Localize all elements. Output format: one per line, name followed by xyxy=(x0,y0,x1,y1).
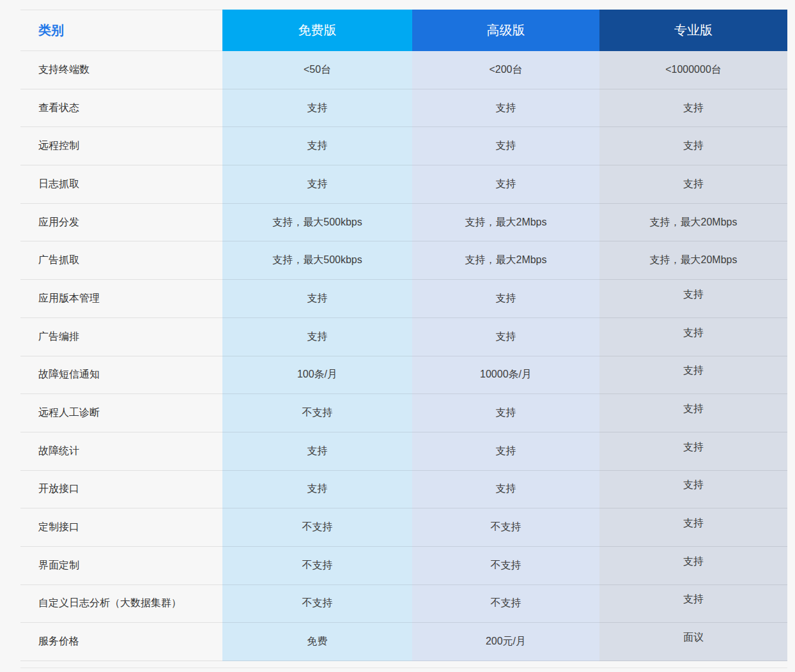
plan-value-cell: 不支持 xyxy=(222,394,412,432)
plan-value-text: 不支持 xyxy=(302,521,333,534)
plan-value-cell: 支持，最大20Mbps xyxy=(599,241,787,280)
plan-value-text: 100条/月 xyxy=(297,368,337,381)
plan-value-text: <200台 xyxy=(489,63,522,77)
plan-value-text: 支持 xyxy=(307,102,328,115)
plan-value-text: 支持 xyxy=(496,406,516,420)
plan-value-text: 不支持 xyxy=(491,521,521,534)
table-row: 服务价格免费200元/月面议 xyxy=(20,623,787,661)
plan-value-cell: 不支持 xyxy=(222,585,412,623)
plan-value-cell: 支持 xyxy=(599,508,787,547)
plan-value-cell: 支持 xyxy=(412,280,599,318)
table-row: 日志抓取支持支持支持 xyxy=(20,165,787,204)
plan-value-text: 支持 xyxy=(683,102,704,115)
table-header-row: 类别 免费版 高级版 专业版 xyxy=(20,10,787,51)
table-row: 故障短信通知100条/月10000条/月支持 xyxy=(20,356,787,395)
plan-value-text: 支持 xyxy=(683,288,704,302)
plan-value-text: 支持 xyxy=(307,330,328,344)
row-label: 日志抓取 xyxy=(20,165,222,204)
row-label: 故障统计 xyxy=(20,432,222,471)
plan-value-text: 200元/月 xyxy=(486,635,526,648)
plan-value-text: 不支持 xyxy=(491,597,521,610)
plan-value-cell: 支持 xyxy=(599,89,787,128)
table-row: 应用版本管理支持支持支持 xyxy=(20,280,787,318)
plan-value-text: 支持 xyxy=(683,139,704,153)
plan-value-cell: 支持 xyxy=(222,432,412,471)
plan-value-cell: 不支持 xyxy=(412,547,599,585)
plan-value-text: <50台 xyxy=(304,63,331,77)
row-label: 界面定制 xyxy=(20,547,222,585)
plan-value-cell: 不支持 xyxy=(412,508,599,547)
plan-value-text: 10000条/月 xyxy=(480,368,532,381)
table-row: 开放接口支持支持支持 xyxy=(20,471,787,509)
plan-value-text: 支持 xyxy=(683,402,704,416)
table-body: 支持终端数<50台<200台<1000000台查看状态支持支持支持远程控制支持支… xyxy=(20,51,787,661)
plan-value-text: 支持 xyxy=(496,292,516,305)
plan-value-cell: 不支持 xyxy=(222,547,412,585)
plan-value-cell: 不支持 xyxy=(222,508,412,547)
plan-value-cell: 支持 xyxy=(222,127,412,165)
plan-value-cell: 200元/月 xyxy=(412,623,599,661)
plan-value-cell: 面议 xyxy=(599,623,787,661)
plan-value-text: <1000000台 xyxy=(665,63,722,77)
row-label: 应用分发 xyxy=(20,204,222,242)
plan-value-cell: 支持 xyxy=(412,127,599,165)
plan-value-cell: 支持 xyxy=(599,356,787,395)
plan-value-cell: 免费 xyxy=(222,623,412,661)
plan-value-text: 支持 xyxy=(496,102,516,115)
plan-value-cell: 不支持 xyxy=(412,585,599,623)
plan-value-cell: 支持 xyxy=(412,89,599,128)
plan-value-text: 免费 xyxy=(307,635,328,648)
plan-value-cell: 支持 xyxy=(599,471,787,509)
plan-header-professional: 专业版 xyxy=(599,10,787,51)
plan-value-cell: 支持 xyxy=(222,89,412,128)
plan-value-cell: 支持，最大500kbps xyxy=(222,241,412,280)
table-row: 界面定制不支持不支持支持 xyxy=(20,547,787,585)
plan-value-text: 支持 xyxy=(683,555,704,569)
row-label: 应用版本管理 xyxy=(20,280,222,318)
plan-value-text: 支持，最大500kbps xyxy=(272,254,362,267)
table-row: 广告抓取支持，最大500kbps支持，最大2Mbps支持，最大20Mbps xyxy=(20,241,787,280)
row-label: 查看状态 xyxy=(20,89,222,128)
plan-value-text: 不支持 xyxy=(302,406,333,420)
plan-value-cell: 支持，最大20Mbps xyxy=(599,204,787,242)
plan-value-cell: <50台 xyxy=(222,51,412,89)
plan-value-text: 不支持 xyxy=(302,597,333,610)
plan-value-text: 支持，最大2Mbps xyxy=(465,216,546,229)
plan-value-text: 支持 xyxy=(683,478,704,492)
plan-value-text: 支持 xyxy=(307,178,328,191)
plan-value-cell: 支持 xyxy=(599,165,787,204)
plan-value-cell: 支持 xyxy=(599,127,787,165)
row-label: 服务价格 xyxy=(20,623,222,661)
plan-value-text: 支持 xyxy=(683,364,704,378)
plan-value-text: 支持，最大20Mbps xyxy=(650,254,737,267)
plan-header-free: 免费版 xyxy=(222,10,412,51)
row-label: 故障短信通知 xyxy=(20,356,222,395)
plan-value-cell: 支持 xyxy=(222,280,412,318)
table-row: 应用分发支持，最大500kbps支持，最大2Mbps支持，最大20Mbps xyxy=(20,204,787,242)
plan-value-text: 支持 xyxy=(496,330,516,344)
table-row: 自定义日志分析（大数据集群）不支持不支持支持 xyxy=(20,585,787,623)
plan-value-cell: 支持 xyxy=(222,165,412,204)
row-label: 支持终端数 xyxy=(20,51,222,89)
plan-value-cell: 支持 xyxy=(412,432,599,471)
plan-value-text: 不支持 xyxy=(491,559,521,572)
table-row: 支持终端数<50台<200台<1000000台 xyxy=(20,51,787,89)
plan-value-text: 面议 xyxy=(683,631,704,645)
plan-value-cell: 支持 xyxy=(599,318,787,356)
plan-value-cell: 10000条/月 xyxy=(412,356,599,395)
plan-value-cell: 支持 xyxy=(412,394,599,432)
plan-value-cell: 支持 xyxy=(222,318,412,356)
plan-value-cell: 支持 xyxy=(412,471,599,509)
plan-value-text: 支持，最大500kbps xyxy=(272,216,362,229)
row-label: 广告抓取 xyxy=(20,241,222,280)
plan-value-text: 支持 xyxy=(496,445,516,458)
table-row: 广告编排支持支持支持 xyxy=(20,318,787,356)
row-label: 定制接口 xyxy=(20,508,222,547)
row-label: 广告编排 xyxy=(20,318,222,356)
plan-value-cell: <1000000台 xyxy=(599,51,787,89)
plan-value-cell: 支持，最大2Mbps xyxy=(412,241,599,280)
plan-value-cell: 100条/月 xyxy=(222,356,412,395)
plan-value-text: 支持 xyxy=(496,482,516,496)
plan-value-text: 支持，最大20Mbps xyxy=(650,216,737,229)
plan-value-text: 不支持 xyxy=(302,559,333,572)
